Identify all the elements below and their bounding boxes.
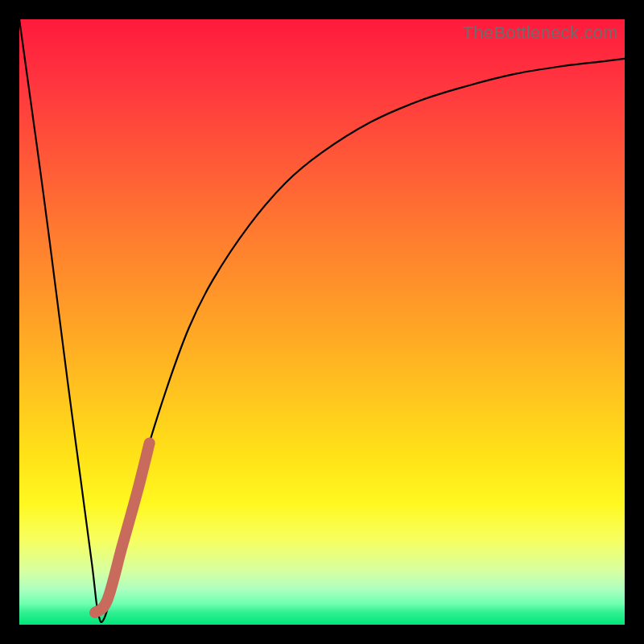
chart-frame: TheBottleneck.com [0, 0, 644, 644]
curve-layer [19, 19, 625, 625]
plot-area: TheBottleneck.com [19, 19, 625, 625]
highlight-segment-path [95, 443, 150, 613]
bottleneck-curve-path [19, 19, 625, 622]
